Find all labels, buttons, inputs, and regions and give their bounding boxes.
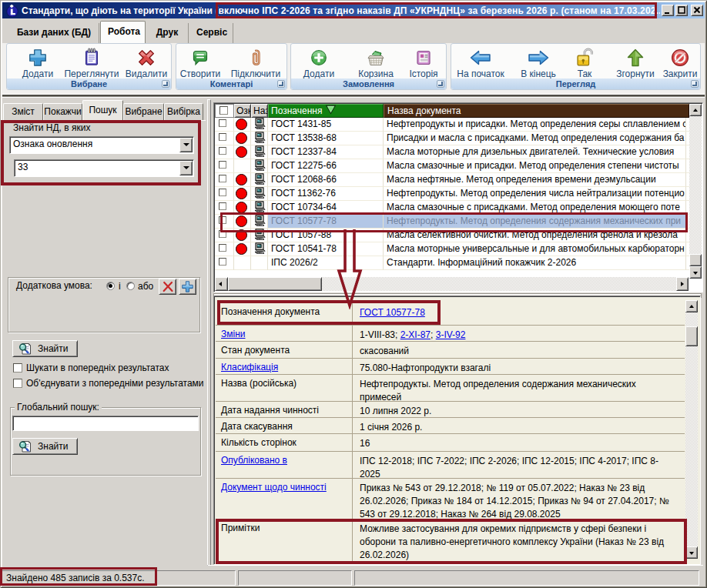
dialog-launcher-icon[interactable] [277,80,285,88]
panel-splitter[interactable] [206,98,213,568]
detail-value-link[interactable]: 3-IV-92 [436,329,466,340]
grid-header-name[interactable]: Назва документа [384,104,689,118]
row-checkbox[interactable] [219,147,226,155]
detail-scroll-thumb[interactable] [685,326,698,346]
radio-or[interactable] [126,282,135,290]
detail-value-link[interactable]: 2-XI-87 [400,329,431,340]
checkbox-merge-previous[interactable] [13,379,22,388]
grid-header-designation[interactable]: Позначення [268,104,384,118]
ribbon-button[interactable]: Створити [171,47,230,81]
detail-row-value: ГОСТ 10577-78 [354,297,675,325]
table-row[interactable]: ГОСТ 12068-66Масла нефтяные. Метод опред… [215,173,688,187]
row-checkbox[interactable] [219,161,226,169]
detail-label-link[interactable]: Документ щодо чинності [221,482,327,493]
detail-scroll-down-button[interactable] [685,546,698,559]
combobox-dropdown-icon[interactable] [179,161,193,175]
row-checkbox[interactable] [219,133,226,141]
tab-databases[interactable]: Бази даних (БД) [9,23,99,43]
tab-druk[interactable]: Друк [146,23,189,43]
history-news-icon [394,47,453,68]
ribbon-button[interactable]: Видалити [117,47,176,81]
ribbon-group-caption: Замовлення [291,79,446,89]
detail-label-link[interactable]: Зміни [221,329,246,339]
tab-servis[interactable]: Сервіс [189,23,233,43]
row-checkbox[interactable] [219,230,226,238]
title-annotated-part: (включно ІПС 2-2026 та згідно наказів ДП… [215,5,655,16]
dialog-launcher-icon[interactable] [162,80,169,88]
detail-vertical-scrollbar[interactable] [685,300,698,560]
find-button[interactable]: Знайти [12,340,78,357]
ribbon-button[interactable]: Так [555,47,614,81]
document-detail-panel: Позначення документаГОСТ 10577-78Зміни1-… [213,296,701,565]
left-tab-vybirka[interactable]: Вибірка [164,103,203,120]
table-row[interactable]: ГОСТ 12337-84Масла моторные для дизельны… [215,145,688,159]
vertical-scroll-thumb[interactable] [689,254,702,266]
horizontal-scroll-track[interactable] [322,277,676,291]
lock-open-icon [555,47,614,68]
left-tab-zmist[interactable]: Зміст [3,103,43,120]
header-checkbox[interactable] [219,106,228,115]
ribbon-button[interactable]: На початок [451,47,510,81]
add-condition-button[interactable] [179,279,196,295]
left-tab-pokazhchyk[interactable]: Покажчи [43,103,82,120]
row-name-cell: Масла селективной очистки. Метод определ… [384,229,685,242]
grid-header-kind[interactable]: Наз [251,104,268,118]
detail-scroll-up-button[interactable] [685,300,698,312]
table-row[interactable]: ГОСТ 1057-88Масла селективной очистки. М… [215,229,688,242]
ribbon-button[interactable]: Закрити [651,47,707,81]
delete-condition-button[interactable] [159,279,176,295]
table-row[interactable]: ГОСТ 11362-76Нефтепродукты. Метод опреде… [215,187,688,201]
detail-scroll-track[interactable] [685,312,698,326]
ribbon-button[interactable]: Додати [290,47,348,81]
detail-label-link[interactable]: Опубліковано в [221,455,287,466]
vertical-scroll-track[interactable] [689,116,702,254]
table-row[interactable]: ГОСТ 12275-66Масла смазочные и присадки.… [215,159,688,173]
table-row[interactable]: ГОСТ 10577-78Нефтепродукты. Метод опреде… [215,215,688,229]
left-tab-poshuk[interactable]: Пошук [82,100,123,120]
ribbon-button[interactable]: Історія [394,47,453,81]
detail-label-link[interactable]: Класифікація [221,362,278,373]
row-checkbox[interactable] [219,175,226,182]
horizontal-scrollbar[interactable] [215,277,689,291]
scroll-left-button[interactable] [215,277,228,291]
row-checkbox[interactable] [219,119,226,127]
row-checkbox[interactable] [219,189,226,196]
ribbon-button[interactable]: Переглянути [62,47,121,81]
table-row[interactable]: ГОСТ 10734-64Масла смазочные с присадкам… [215,201,688,215]
table-row[interactable]: ГОСТ 13538-68Присадки и масла с присадка… [215,132,688,145]
global-search-input[interactable] [12,416,199,431]
scroll-up-button[interactable] [689,104,702,116]
search-value-combobox[interactable]: 33 [14,159,194,177]
minimize-button[interactable] [662,5,674,16]
table-row[interactable]: ГОСТ 1431-85Нефтепродукты и присадки. Ме… [215,118,688,132]
maximize-button[interactable] [675,5,688,16]
dialog-launcher-icon[interactable] [691,80,699,88]
table-row[interactable]: ІПС 2026/2Стандарти. Інформаційний покаж… [215,256,688,270]
ribbon-button[interactable]: Підключити [226,47,285,81]
row-designation-cell: ГОСТ 11362-76 [268,187,384,201]
combobox-dropdown-icon[interactable] [179,138,193,152]
scroll-down-button[interactable] [689,266,702,279]
close-button[interactable] [691,5,703,16]
dialog-launcher-icon[interactable] [437,80,444,88]
global-find-button[interactable]: Знайти [12,438,78,455]
row-checkbox[interactable] [219,244,226,252]
checkbox-search-previous[interactable] [13,363,22,373]
grid-header-mark[interactable]: Озн [234,104,251,118]
vertical-scrollbar[interactable] [689,104,702,279]
horizontal-scroll-thumb[interactable] [228,277,322,291]
detail-scroll-track-lower[interactable] [685,346,698,546]
search-field-combobox[interactable]: Ознака оновлення [9,136,194,154]
radio-and[interactable] [106,282,115,290]
table-row[interactable]: ГОСТ 10541-78Масла моторные универсальны… [215,242,688,256]
left-tab-vybrane[interactable]: Вибране [123,103,164,120]
computer-icon [253,229,266,242]
tab-robota[interactable]: Робота [100,21,146,43]
ribbon-button[interactable]: Додати [8,47,67,81]
row-checkbox[interactable] [219,258,226,266]
scroll-right-button[interactable] [676,277,689,291]
grid-header-checkbox[interactable] [215,104,234,118]
row-checkbox[interactable] [219,216,226,224]
detail-value-link[interactable]: ГОСТ 10577-78 [360,307,425,318]
row-checkbox[interactable] [219,202,226,210]
